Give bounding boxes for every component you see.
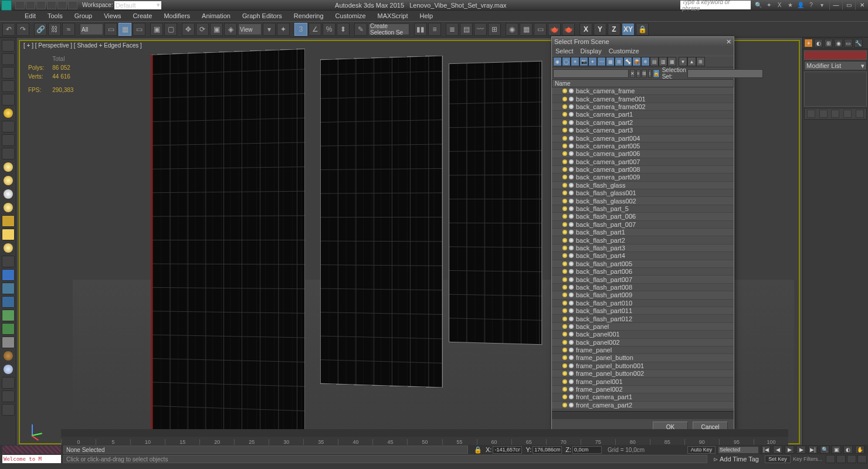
maximize-button[interactable]: ▭	[842, 1, 855, 10]
list-item[interactable]: frame_panel002	[552, 386, 734, 393]
lt-move-icon[interactable]	[2, 53, 15, 65]
display-all-icon[interactable]: ▤	[650, 57, 659, 66]
visibility-icon[interactable]	[562, 159, 567, 164]
visibility-icon[interactable]	[562, 112, 567, 117]
list-item[interactable]: back_flash_part005	[552, 260, 734, 268]
list-item[interactable]: back_flash_part_5	[552, 205, 734, 213]
filter-space-icon[interactable]: 〰	[597, 57, 606, 66]
list-item[interactable]: back_camera_part006	[552, 150, 734, 158]
collapse-icon[interactable]: ▲	[687, 57, 696, 66]
visibility-icon[interactable]	[562, 340, 567, 345]
nav-orbit-icon[interactable]	[826, 455, 835, 463]
lt-tool2-icon[interactable]	[2, 148, 15, 159]
lt-last-icon[interactable]	[2, 390, 15, 402]
modify-tab-icon[interactable]: ◐	[814, 39, 823, 47]
visibility-icon[interactable]	[562, 222, 567, 227]
sphere2-icon[interactable]	[4, 176, 13, 185]
menu-group[interactable]: Group	[69, 11, 99, 21]
window-crossing-icon[interactable]: ▣	[150, 23, 163, 36]
visibility-icon[interactable]	[562, 104, 567, 109]
axis-x[interactable]: X	[579, 23, 592, 36]
bind-icon[interactable]: ≈	[62, 23, 75, 36]
remove-mod-icon[interactable]	[843, 110, 852, 118]
timeline-ruler[interactable]: 0510152025303540455055606570758085909510…	[61, 437, 788, 445]
configure-icon[interactable]	[856, 110, 864, 118]
nav-fov-icon[interactable]: ◐	[843, 446, 853, 454]
signin-icon[interactable]: 👤	[796, 1, 805, 9]
render-icon[interactable]: 🫖	[548, 23, 561, 36]
material-editor-icon[interactable]: ◉	[506, 23, 518, 36]
axis-y[interactable]: Y	[594, 23, 606, 36]
snap-toggle-icon[interactable]: 3	[294, 23, 307, 36]
list-item[interactable]: back_camera_part1	[552, 111, 734, 118]
visibility-icon[interactable]	[562, 151, 567, 156]
filter-bone-icon[interactable]: 🦴	[623, 57, 632, 66]
visibility-icon[interactable]	[562, 183, 567, 188]
list-item[interactable]: back_flash_part_006	[552, 213, 734, 220]
paint-select-icon[interactable]: ▢	[164, 23, 177, 36]
visibility-icon[interactable]	[562, 261, 567, 266]
lt-green-icon[interactable]	[2, 310, 15, 321]
nav-zoom-icon[interactable]: 🔍	[820, 446, 829, 454]
list-item[interactable]: frame_panel_button002	[552, 370, 734, 378]
list-item[interactable]: back_flash_part1	[552, 229, 734, 236]
dialog-search-input[interactable]	[553, 69, 629, 78]
nav-max-icon[interactable]	[857, 455, 867, 463]
list-item[interactable]: back_flash_glass	[552, 182, 734, 189]
lt-blue-icon[interactable]	[2, 269, 15, 281]
visibility-icon[interactable]	[562, 285, 567, 290]
sphere3-icon[interactable]	[4, 189, 13, 199]
axis-z[interactable]: Z	[608, 23, 621, 36]
dialog-object-list[interactable]: back_camera_frameback_camera_frame001bac…	[552, 87, 734, 411]
list-item[interactable]: back_camera_part005	[552, 142, 734, 150]
edit-named-icon[interactable]: ✎	[354, 23, 367, 36]
visibility-icon[interactable]	[562, 136, 567, 141]
visibility-icon[interactable]	[562, 355, 567, 360]
visibility-icon[interactable]	[562, 348, 567, 352]
lt-sun-icon[interactable]	[2, 229, 15, 240]
qat-new-icon[interactable]	[15, 1, 25, 9]
sphere-blue-icon[interactable]	[4, 365, 13, 374]
list-item[interactable]: front_camera_part1	[552, 393, 734, 401]
qat-open-icon[interactable]	[26, 1, 35, 9]
close-button[interactable]: ✕	[855, 1, 868, 10]
goto-end-icon[interactable]: ▶|	[808, 446, 818, 454]
workspace-dropdown[interactable]: Default▾	[114, 1, 161, 9]
list-item[interactable]: back_flash_part007	[552, 276, 734, 283]
menu-modifiers[interactable]: Modifiers	[158, 11, 196, 21]
make-unique-icon[interactable]	[831, 110, 839, 118]
layer-explorer-icon[interactable]: ▤	[460, 23, 473, 36]
infocenter-search[interactable]: Type a keyword or phrase	[680, 1, 751, 9]
list-item[interactable]: frame_panel_button	[552, 354, 734, 362]
pin-stack-icon[interactable]	[807, 110, 815, 118]
dialog-titlebar[interactable]: Select From Scene ✕	[552, 37, 734, 46]
menu-views[interactable]: Views	[98, 11, 127, 21]
visibility-icon[interactable]	[562, 317, 567, 321]
filter-cam-icon[interactable]: 📷	[579, 57, 588, 66]
search-icon[interactable]: 🔍	[754, 1, 762, 9]
lt-hand-icon[interactable]	[2, 323, 15, 335]
visibility-icon[interactable]	[562, 175, 567, 179]
visibility-icon[interactable]	[562, 293, 567, 297]
keymode-dropdown[interactable]: Selected	[718, 446, 759, 454]
visibility-icon[interactable]	[562, 379, 567, 384]
placement-icon[interactable]: ◈	[224, 23, 237, 36]
filter-xref-icon[interactable]: ⊞	[615, 57, 623, 66]
selection-filter-dropdown[interactable]: All	[80, 23, 103, 35]
filter-helper-icon[interactable]: ✦	[588, 57, 597, 66]
dialog-menu-display[interactable]: Display	[581, 47, 602, 55]
list-item[interactable]: front_camera_part2	[552, 402, 734, 409]
list-item[interactable]: frame_panel	[552, 346, 734, 354]
list-item[interactable]: back_camera_part3	[552, 127, 734, 134]
percent-snap-icon[interactable]: %	[323, 23, 335, 36]
rendered-frame-icon[interactable]: ▭	[534, 23, 547, 36]
display-none-icon[interactable]: ▥	[659, 57, 667, 66]
menu-edit[interactable]: Edit	[19, 11, 42, 21]
align-icon[interactable]: ≡	[428, 23, 441, 36]
lt-select-icon[interactable]	[2, 40, 15, 52]
display-tab-icon[interactable]: ▭	[844, 39, 853, 47]
time-slider-bg[interactable]	[61, 429, 788, 437]
unlink-icon[interactable]: ⛓	[48, 23, 61, 36]
coord-z-input[interactable]	[572, 446, 602, 454]
lt-blue2-icon[interactable]	[2, 296, 15, 308]
